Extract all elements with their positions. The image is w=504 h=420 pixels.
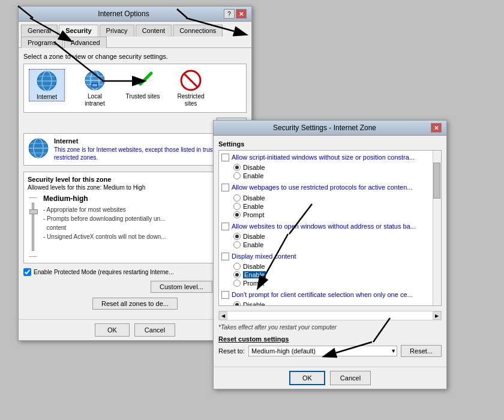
- tab-content[interactable]: Content: [136, 25, 172, 37]
- protected-mode-checkbox[interactable]: [23, 268, 31, 276]
- settings-group-1: Allow script-initiated windows without s…: [221, 153, 439, 179]
- h-scroll-left[interactable]: ◀: [219, 311, 227, 320]
- settings-group-1-options: Disable Enable: [221, 164, 439, 179]
- security-settings-dialog: Security Settings - Internet Zone ✕ Sett…: [213, 120, 447, 389]
- sec-level-title: Security level for this zone: [28, 176, 242, 183]
- internet-options-titlebar: Internet Options ? ✕: [19, 7, 251, 22]
- internet-options-ok-button[interactable]: OK: [95, 323, 130, 337]
- titlebar-buttons: ? ✕: [224, 9, 247, 19]
- reset-to-dropdown[interactable]: Low Medium-low Medium Medium-high (defau…: [248, 346, 397, 356]
- radio-group4-prompt: Prompt: [233, 280, 439, 287]
- zone-icons-box: Internet Local intranet: [23, 64, 247, 113]
- reset-button[interactable]: Reset...: [401, 345, 442, 357]
- security-settings-cancel-button[interactable]: Cancel: [330, 371, 371, 385]
- radio-group4-disable: Disable: [233, 263, 439, 270]
- radio-group1-disable-label: Disable: [243, 164, 265, 171]
- reset-to-label: Reset to:: [218, 347, 245, 355]
- radio-group2-prompt-btn[interactable]: [233, 211, 241, 218]
- intranet-zone-label: Local intranet: [77, 93, 113, 107]
- settings-group-3-header: Allow websites to open windows without a…: [221, 222, 439, 230]
- security-settings-bottom-btns: OK Cancel: [214, 367, 446, 389]
- help-button[interactable]: ?: [224, 9, 235, 19]
- radio-group3-enable-btn[interactable]: [233, 241, 241, 248]
- radio-group4-enable: Enable: [233, 271, 439, 278]
- radio-group4-prompt-btn[interactable]: [233, 280, 241, 287]
- settings-group-2: Allow webpages to use restricted protoco…: [221, 183, 439, 218]
- settings-checkbox-2[interactable]: [221, 184, 229, 191]
- tab-privacy[interactable]: Privacy: [100, 25, 134, 37]
- settings-list-inner[interactable]: Allow script-initiated windows without s…: [219, 151, 441, 305]
- radio-group4-prompt-label: Prompt: [243, 280, 264, 287]
- radio-group1-enable-btn[interactable]: [233, 172, 241, 179]
- zone-trusted[interactable]: Trusted sites: [125, 69, 161, 100]
- internet-zone-label: Internet: [37, 94, 57, 101]
- settings-group-3-label: Allow websites to open windows without a…: [232, 222, 416, 230]
- settings-group-2-header: Allow webpages to use restricted protoco…: [221, 183, 439, 191]
- zone-internet[interactable]: Internet: [29, 69, 65, 101]
- tab-connections[interactable]: Connections: [173, 25, 223, 37]
- security-settings-ok-button[interactable]: OK: [289, 371, 325, 385]
- tab-advanced[interactable]: Advanced: [64, 37, 107, 48]
- sec-allowed-text: Allowed levels for this zone: Medium to …: [28, 184, 242, 191]
- reset-custom-label: Reset custom settings: [218, 335, 442, 343]
- settings-group-1-label: Allow script-initiated windows without s…: [232, 153, 415, 161]
- security-settings-titlebar: Security Settings - Internet Zone ✕: [214, 121, 446, 136]
- settings-checkbox-5[interactable]: [221, 291, 229, 299]
- section-label: Select a zone to view or change security…: [23, 53, 247, 60]
- settings-group-5-options: Disable: [221, 301, 439, 305]
- settings-group-5-label: Don't prompt for client certificate sele…: [232, 290, 413, 299]
- zone-info-icon: [28, 137, 49, 159]
- settings-group-4: Display mixed content Disable Enable: [221, 252, 439, 287]
- radio-group2-disable-btn[interactable]: [233, 194, 241, 202]
- settings-list-box: Allow script-initiated windows without s…: [218, 150, 442, 306]
- radio-group2-enable-btn[interactable]: [233, 203, 241, 210]
- close-button[interactable]: ✕: [236, 9, 247, 19]
- settings-group-3: Allow websites to open windows without a…: [221, 222, 439, 248]
- tab-general[interactable]: General: [21, 25, 58, 37]
- reset-all-button[interactable]: Reset all zones to de...: [92, 298, 178, 310]
- reset-dropdown-wrapper: Low Medium-low Medium Medium-high (defau…: [248, 346, 397, 356]
- radio-group2-prompt-label: Prompt: [243, 211, 264, 218]
- settings-checkbox-3[interactable]: [221, 223, 229, 230]
- radio-group2-disable: Disable: [233, 194, 439, 202]
- tab-security[interactable]: Security: [59, 25, 98, 37]
- h-scroll-right[interactable]: ▶: [433, 311, 441, 320]
- settings-scrollbar-thumb[interactable]: [433, 163, 440, 199]
- radio-group2-enable-label: Enable: [243, 203, 263, 210]
- radio-group2-disable-label: Disable: [243, 194, 265, 202]
- radio-group1-disable-btn[interactable]: [233, 164, 241, 171]
- restricted-zone-icon: [179, 69, 202, 92]
- note-text: *Takes effect after you restart your com…: [218, 324, 442, 331]
- internet-zone-icon: [35, 70, 58, 92]
- radio-group1-enable-label: Enable: [243, 172, 263, 179]
- zone-restricted[interactable]: Restricted sites: [173, 69, 209, 107]
- radio-group2-enable: Enable: [233, 203, 439, 210]
- security-slider[interactable]: ── ──: [28, 194, 38, 259]
- radio-group3-enable: Enable: [233, 241, 439, 248]
- settings-group-5: Don't prompt for client certificate sele…: [221, 290, 439, 305]
- h-scroll-track: [227, 311, 433, 320]
- settings-group-4-header: Display mixed content: [221, 252, 439, 260]
- security-settings-close-button[interactable]: ✕: [431, 123, 442, 133]
- radio-group3-disable-btn[interactable]: [233, 233, 241, 240]
- settings-group-4-label: Display mixed content: [232, 252, 296, 260]
- reset-custom-box: Reset custom settings Reset to: Low Medi…: [218, 335, 442, 357]
- radio-group4-enable-btn[interactable]: [233, 271, 241, 278]
- settings-group-4-options: Disable Enable Prompt: [221, 263, 439, 287]
- sec-slider-row: ── ── Medium-high - Appropriate for most…: [28, 194, 242, 259]
- settings-checkbox-1[interactable]: [221, 154, 229, 161]
- radio-group5-disable-btn[interactable]: [233, 301, 241, 305]
- h-scrollbar: ◀ ▶: [218, 311, 442, 320]
- settings-checkbox-4[interactable]: [221, 253, 229, 260]
- custom-level-button[interactable]: Custom level...: [151, 281, 212, 293]
- intranet-zone-icon: [83, 69, 106, 92]
- tab-programs[interactable]: Programs: [21, 37, 63, 48]
- settings-group-3-options: Disable Enable: [221, 233, 439, 248]
- zone-local-intranet[interactable]: Local intranet: [77, 69, 113, 107]
- svg-rect-11: [92, 84, 97, 86]
- radio-group3-enable-label: Enable: [243, 241, 263, 248]
- radio-group4-disable-btn[interactable]: [233, 263, 241, 270]
- tab-bar: General Security Privacy Content Connect…: [19, 22, 251, 48]
- internet-options-cancel-button[interactable]: Cancel: [134, 323, 175, 337]
- radio-group1-enable: Enable: [233, 172, 439, 179]
